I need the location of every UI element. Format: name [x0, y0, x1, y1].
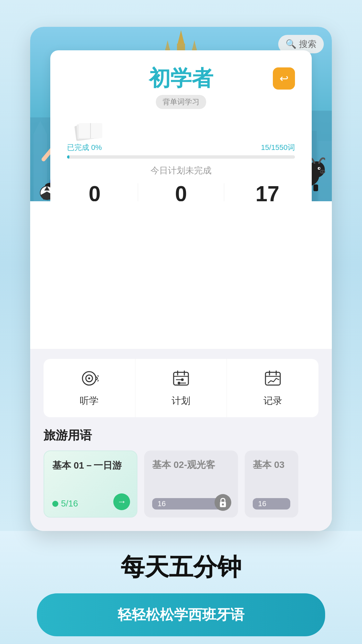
svg-point-76: [222, 503, 224, 505]
svg-point-49: [320, 170, 325, 174]
stat-divider-2: [224, 183, 224, 201]
main-learning-card: 初学者 ↩ 背单词学习 已完成 0%: [50, 50, 312, 201]
word-card-2-title: 基本 03: [253, 459, 290, 471]
promo-title: 每天五分钟: [121, 551, 241, 583]
tool-plan-label: 计划: [172, 394, 190, 407]
word-card-0-title: 基本 01－一日游: [52, 459, 129, 472]
svg-point-48: [319, 168, 320, 169]
progress-fill: [67, 155, 69, 159]
word-card-2[interactable]: 基本 03 16: [245, 450, 298, 518]
promo-area: 每天五分钟 轻轻松松学西班牙语: [0, 531, 362, 644]
stat-divider-1: [138, 183, 138, 201]
svg-point-70: [178, 382, 180, 384]
plan-status: 今日计划未完成: [67, 165, 295, 176]
card-header: 初学者 ↩: [67, 64, 295, 93]
word-card-0[interactable]: 基本 01－一日游 5/16 →: [44, 450, 137, 518]
svg-rect-71: [265, 372, 280, 385]
record-icon: [263, 369, 282, 390]
total-words-label: 15/1550词: [261, 143, 295, 153]
plan-icon: [172, 369, 190, 390]
stat-pending-num: 17: [255, 183, 279, 201]
progress-labels: 已完成 0% 15/1550词: [67, 143, 295, 153]
tool-record[interactable]: 记录: [227, 359, 318, 417]
promo-button[interactable]: 轻轻松松学西班牙语: [37, 593, 325, 636]
tool-listen[interactable]: 听学: [44, 359, 135, 417]
search-icon: 🔍: [286, 39, 296, 49]
stat-review: 0 待复习: [169, 183, 193, 201]
vocab-tag-row: 背单词学习: [67, 95, 295, 116]
listen-icon: [80, 369, 99, 390]
phone-frame: 10: [30, 27, 332, 531]
svg-point-51: [323, 171, 324, 172]
word-cards-row: 基本 01－一日游 5/16 → 基本 02-观光客 16: [44, 450, 318, 518]
stat-review-num: 0: [175, 183, 187, 201]
back-icon: ↩: [280, 72, 289, 85]
bottom-content: 听学 计划: [30, 349, 332, 531]
svg-point-68: [181, 378, 184, 381]
svg-point-62: [88, 377, 90, 379]
svg-marker-0: [178, 30, 184, 44]
level-title: 初学者: [149, 64, 213, 93]
word-card-0-arrow[interactable]: →: [113, 493, 130, 510]
progress-bar: [67, 155, 295, 159]
tool-record-label: 记录: [263, 394, 282, 407]
word-card-1-lock: [215, 494, 231, 511]
tool-row: 听学 计划: [44, 359, 318, 417]
search-label: 搜索: [299, 38, 316, 50]
svg-point-50: [321, 171, 322, 172]
svg-marker-4: [192, 40, 196, 49]
hero-background: 10: [30, 27, 332, 201]
svg-rect-55: [313, 184, 318, 191]
stat-pending: 17 待学习: [255, 183, 280, 201]
vocab-tag: 背单词学习: [156, 95, 206, 109]
stats-row: 0 已学习 0 待复习 17 待学习: [67, 183, 295, 201]
progress-dot: [52, 501, 58, 507]
completed-pct-label: 已完成 0%: [67, 143, 102, 153]
svg-marker-2: [166, 40, 170, 49]
back-button[interactable]: ↩: [273, 67, 295, 90]
tool-plan[interactable]: 计划: [135, 359, 227, 417]
progress-section: 已完成 0% 15/1550词: [67, 143, 295, 159]
stat-learned-num: 0: [88, 183, 101, 201]
word-card-2-badge: 16: [253, 498, 290, 509]
section-title: 旅游用语: [44, 427, 318, 444]
book-decoration: [67, 121, 295, 141]
word-card-1[interactable]: 基本 02-观光客 16: [144, 450, 238, 518]
stat-learned: 0 已学习: [82, 183, 107, 201]
tool-listen-label: 听学: [80, 394, 99, 407]
word-card-1-title: 基本 02-观光客: [152, 459, 230, 471]
